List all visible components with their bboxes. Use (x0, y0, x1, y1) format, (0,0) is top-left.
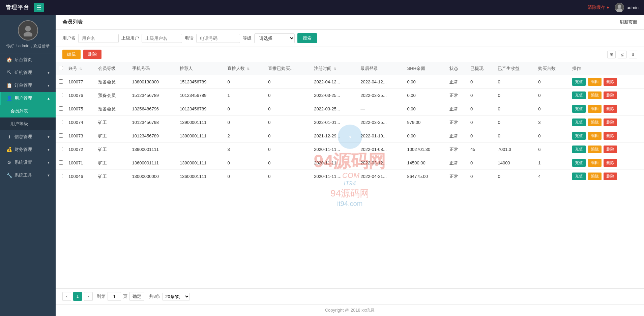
username-label: 用户名 (62, 35, 76, 41)
svg-point-2 (25, 26, 31, 32)
charge-button[interactable]: 充值 (572, 105, 586, 113)
refresh-page-button[interactable]: 刷新页面 (620, 19, 637, 25)
edit-button[interactable]: 编辑 (588, 173, 602, 180)
delete-button[interactable]: 删除 (604, 132, 617, 140)
charge-button[interactable]: 充值 (572, 78, 586, 86)
select-all-header[interactable] (56, 62, 66, 75)
cell-phone: 10123456789 (129, 129, 177, 143)
search-button[interactable]: 搜索 (297, 33, 317, 43)
sidebar-item-dashboard[interactable]: 🏠 后台首页 (0, 53, 56, 66)
cell-shh: 0.00 (405, 102, 447, 116)
row-checkbox[interactable] (59, 106, 63, 111)
cell-referrer: 10123456789 (177, 89, 225, 102)
delete-button[interactable]: 删除 (604, 173, 617, 180)
col-reg-time[interactable]: 注册时间 ⇅ (311, 62, 358, 75)
row-checkbox-cell[interactable] (56, 89, 66, 102)
delete-button[interactable]: 删除 (604, 91, 617, 99)
level-select[interactable]: 请选择 预备会员 矿工 (254, 33, 295, 43)
charge-button[interactable]: 充值 (572, 132, 586, 140)
row-checkbox-cell[interactable] (56, 170, 66, 183)
sidebar-item-user[interactable]: 👤 用户管理 ▲ (0, 92, 56, 105)
cell-account: 100075 (66, 102, 95, 116)
page-confirm-button[interactable]: 确定 (129, 292, 144, 301)
row-checkbox[interactable] (59, 79, 63, 84)
delete-button[interactable]: 删除 (604, 146, 617, 153)
delete-button[interactable]: 删除 (604, 105, 617, 113)
username-input[interactable] (78, 34, 119, 43)
charge-button[interactable]: 充值 (572, 91, 586, 99)
sidebar-item-order[interactable]: 📋 订单管理 ▼ (0, 79, 56, 92)
sidebar-item-label: 系统工具 (14, 172, 32, 178)
next-page-button[interactable]: › (84, 292, 93, 301)
cell-withdrawn: 0 (468, 129, 495, 143)
cell-level: 矿工 (95, 170, 129, 183)
page-1-button[interactable]: 1 (73, 292, 82, 301)
member-list-label: 会员列表 (10, 108, 28, 114)
charge-button[interactable]: 充值 (572, 173, 586, 180)
clear-cache-button[interactable]: 清除缓存 ● (588, 4, 609, 10)
page-size-select[interactable]: 20条/页 50条/页 100条/页 (162, 293, 190, 300)
sidebar-item-user-level[interactable]: 用户等级 (0, 117, 56, 130)
row-checkbox-cell[interactable] (56, 102, 66, 116)
cell-direct-count: 0 (225, 102, 265, 116)
cell-earnings: 0 (495, 75, 535, 89)
row-checkbox[interactable] (59, 133, 63, 138)
prev-page-button[interactable]: ‹ (62, 292, 71, 301)
page-number-input[interactable] (108, 292, 121, 301)
phone-input[interactable] (196, 34, 240, 43)
chevron-down-icon: ▼ (47, 174, 50, 177)
edit-button[interactable]: 编辑 (588, 105, 602, 113)
batch-delete-button[interactable]: 删除 (83, 50, 101, 59)
sidebar-item-finance[interactable]: 💰 财务管理 ▼ (0, 143, 56, 156)
cell-status: 正常 (447, 75, 468, 89)
row-checkbox-cell[interactable] (56, 75, 66, 89)
delete-button[interactable]: 删除 (604, 159, 617, 167)
edit-button[interactable]: 编辑 (588, 146, 602, 153)
export-button[interactable]: ⬇ (629, 51, 637, 58)
edit-button[interactable]: 编辑 (588, 91, 602, 99)
delete-button[interactable]: 删除 (604, 78, 617, 86)
header-right: 清除缓存 ● admin (588, 3, 639, 12)
charge-button[interactable]: 充值 (572, 119, 586, 126)
row-checkbox-cell[interactable] (56, 156, 66, 170)
row-checkbox[interactable] (59, 174, 63, 178)
page-label: 页 (123, 293, 127, 299)
row-checkbox-cell[interactable] (56, 143, 66, 156)
sidebar-item-tools[interactable]: 🔧 系统工具 ▼ (0, 169, 56, 182)
charge-button[interactable]: 充值 (572, 159, 586, 167)
cell-operations: 充值 编辑 删除 (569, 89, 644, 102)
cell-withdrawn: 0 (468, 75, 495, 89)
delete-button[interactable]: 删除 (604, 119, 617, 126)
row-checkbox[interactable] (59, 160, 63, 165)
cell-phone: 13800138000 (129, 75, 177, 89)
cell-last-login: 2022-01-08... (358, 143, 404, 156)
row-checkbox[interactable] (59, 93, 63, 97)
parent-input[interactable] (142, 34, 182, 43)
print-button[interactable]: 🖨 (618, 51, 627, 58)
row-checkbox-cell[interactable] (56, 129, 66, 143)
cell-withdrawn: 0 (468, 156, 495, 170)
row-checkbox-cell[interactable] (56, 116, 66, 129)
cell-referrer (177, 143, 225, 156)
edit-button[interactable]: 编辑 (588, 78, 602, 86)
col-account[interactable]: 账号 ⇅ (66, 62, 95, 75)
edit-button[interactable]: 编辑 (588, 132, 602, 140)
sidebar-item-member-list[interactable]: 会员列表 (0, 105, 56, 117)
sidebar-item-info[interactable]: ℹ 信息管理 ▼ (0, 130, 56, 143)
row-checkbox[interactable] (59, 120, 63, 124)
select-all-checkbox[interactable] (59, 66, 63, 70)
row-checkbox[interactable] (59, 147, 63, 151)
sidebar-item-label: 信息管理 (14, 134, 32, 140)
col-direct-count[interactable]: 直推人数 ⇅ (225, 62, 265, 75)
menu-toggle-button[interactable]: ☰ (34, 3, 44, 12)
user-area: admin (615, 3, 639, 12)
sidebar-item-mining[interactable]: ⛏ 矿机管理 ▼ (0, 66, 56, 79)
charge-button[interactable]: 充值 (572, 146, 586, 153)
cell-last-login: 2022-04-21... (358, 170, 404, 183)
cell-direct-count: 0 (225, 156, 265, 170)
grid-view-button[interactable]: ⊞ (607, 51, 616, 58)
sidebar-item-settings[interactable]: ⚙ 系统设置 ▼ (0, 156, 56, 169)
edit-button[interactable]: 编辑 (588, 159, 602, 167)
batch-edit-button[interactable]: 编辑 (62, 50, 81, 59)
edit-button[interactable]: 编辑 (588, 119, 602, 126)
